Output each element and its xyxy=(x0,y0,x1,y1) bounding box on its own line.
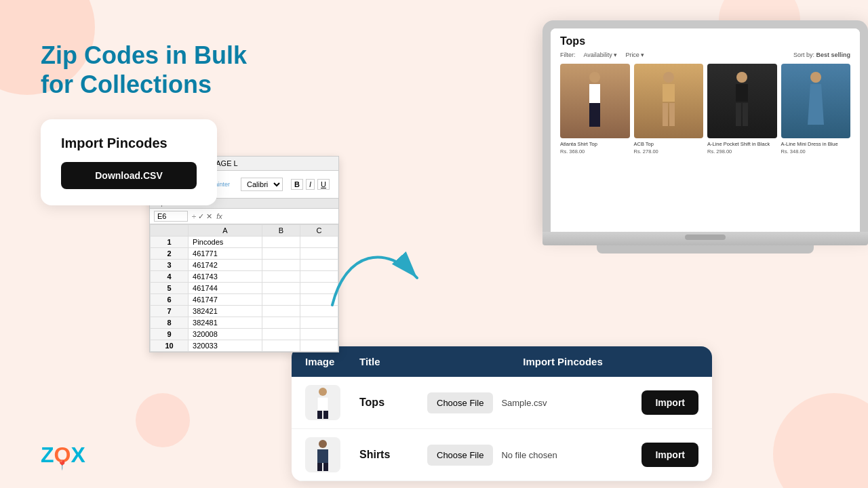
shirts-image-col xyxy=(305,437,359,472)
excel-cell-b xyxy=(262,248,300,260)
italic-button[interactable]: I xyxy=(306,179,315,190)
sort-section: Sort by: Best selling xyxy=(793,52,850,58)
logo-pin-dot: 📍 xyxy=(56,460,68,470)
header-title: Title xyxy=(359,356,427,367)
person-figure-2 xyxy=(655,70,682,131)
font-section: Calibri xyxy=(241,178,283,191)
product-image-2 xyxy=(634,64,704,138)
product-price-1: Rs. 368.00 xyxy=(560,148,630,155)
excel-grid: A B C 1 Pincodes 2 461771 3 461742 4 461… xyxy=(150,224,338,352)
shirts-choose-file-button[interactable]: Choose File xyxy=(427,445,493,466)
bg-decoration-bottom-left xyxy=(136,393,190,447)
excel-row: 3 461742 xyxy=(151,260,338,271)
bg-decoration-bottom-right xyxy=(773,393,868,488)
excel-cell-b xyxy=(262,294,300,306)
excel-row-num: 3 xyxy=(151,260,189,271)
excel-cell-b xyxy=(262,329,300,340)
shop-filter-bar: Filter: Availability ▾ Price ▾ Sort by: … xyxy=(560,52,850,58)
logo-z: Z xyxy=(41,443,54,468)
svg-rect-15 xyxy=(317,397,328,411)
product-image-1 xyxy=(560,64,630,138)
underline-button[interactable]: U xyxy=(317,179,330,190)
excel-cell-b xyxy=(262,317,300,329)
product-card-2: ACB Top Rs. 278.00 xyxy=(634,64,704,155)
download-csv-button[interactable]: Download.CSV xyxy=(61,162,197,189)
svg-rect-6 xyxy=(663,84,675,102)
tops-thumbnail xyxy=(305,385,340,420)
filter-group: Filter: Availability ▾ Price ▾ xyxy=(560,52,644,58)
import-card-title: Import Pincodes xyxy=(61,136,197,151)
svg-rect-10 xyxy=(736,84,748,102)
shop-title: Tops xyxy=(560,35,850,47)
excel-cell-a: 461742 xyxy=(189,260,262,271)
header-import: Import Pincodes xyxy=(427,356,698,367)
excel-col-a: A xyxy=(189,225,262,237)
excel-row: 10 320033 xyxy=(151,340,338,352)
import-table: Image Title Import Pincodes Tops Choose … xyxy=(292,346,712,481)
product-price-3: Rs. 298.00 xyxy=(707,148,777,155)
excel-row: 6 461747 xyxy=(151,294,338,306)
font-select[interactable]: Calibri xyxy=(241,178,283,191)
excel-cell-a: Pincodes xyxy=(189,237,262,248)
svg-rect-20 xyxy=(317,463,322,471)
laptop-stand xyxy=(597,245,814,253)
svg-rect-2 xyxy=(589,84,600,103)
logo-o: O 📍 xyxy=(54,443,71,468)
svg-rect-19 xyxy=(317,449,328,463)
bold-button[interactable]: B xyxy=(291,179,303,190)
product-name-1: Atlanta Shirt Top xyxy=(560,141,630,147)
svg-point-14 xyxy=(319,388,327,396)
svg-point-9 xyxy=(736,72,747,83)
shirts-import-button[interactable]: Import xyxy=(642,443,698,467)
product-card-3: A-Line Pocket Shift in Black Rs. 298.00 xyxy=(707,64,777,155)
excel-cell-b xyxy=(262,237,300,248)
excel-row-num: 6 xyxy=(151,294,189,306)
tops-image-col xyxy=(305,385,359,420)
product-name-3: A-Line Pocket Shift in Black xyxy=(707,141,777,147)
person-figure-3 xyxy=(728,70,755,131)
laptop-screen: Tops Filter: Availability ▾ Price ▾ Sort… xyxy=(551,28,860,232)
import-pincodes-card: Import Pincodes Download.CSV xyxy=(41,119,217,205)
svg-point-5 xyxy=(663,72,674,83)
excel-row: 9 320008 xyxy=(151,329,338,340)
svg-rect-3 xyxy=(589,103,595,127)
excel-row-num: 1 xyxy=(151,237,189,248)
product-card-4: A-Line Mini Dress in Blue Rs. 348.00 xyxy=(781,64,851,155)
product-card-1: Atlanta Shirt Top Rs. 368.00 xyxy=(560,64,630,155)
excel-cell-a: 382421 xyxy=(189,306,262,317)
availability-filter[interactable]: Availability ▾ xyxy=(584,52,618,58)
excel-cell-a: 320008 xyxy=(189,329,262,340)
product-name-4: A-Line Mini Dress in Blue xyxy=(781,141,851,147)
excel-formula-bar: ÷ ✓ ✕ fx xyxy=(150,209,338,224)
formula-icon: fx xyxy=(216,212,222,220)
product-name-2: ACB Top xyxy=(634,141,704,147)
svg-rect-7 xyxy=(663,103,668,126)
excel-row: 5 461744 xyxy=(151,283,338,294)
excel-cell-a: 461743 xyxy=(189,271,262,283)
tops-person-icon xyxy=(309,386,336,419)
excel-row-num: 4 xyxy=(151,271,189,283)
excel-row-num: 9 xyxy=(151,329,189,340)
excel-row: 1 Pincodes xyxy=(151,237,338,248)
excel-cell-a: 461744 xyxy=(189,283,262,294)
tops-choose-file-button[interactable]: Choose File xyxy=(427,392,493,413)
excel-cell-a: 320033 xyxy=(189,340,262,352)
logo-x: X xyxy=(71,443,85,468)
excel-row-num: 8 xyxy=(151,317,189,329)
tops-import-button[interactable]: Import xyxy=(642,390,698,415)
svg-point-18 xyxy=(319,440,327,448)
svg-rect-4 xyxy=(595,103,600,127)
excel-body: 1 Pincodes 2 461771 3 461742 4 461743 5 … xyxy=(151,237,338,352)
laptop-base xyxy=(542,232,868,245)
filter-label: Filter: xyxy=(560,52,576,58)
shirts-title: Shirts xyxy=(359,449,427,461)
excel-cell-b xyxy=(262,306,300,317)
svg-rect-8 xyxy=(669,103,675,126)
excel-cell-b xyxy=(262,283,300,294)
product-price-4: Rs. 348.00 xyxy=(781,148,851,155)
price-filter[interactable]: Price ▾ xyxy=(625,52,644,58)
formula-dividers: ÷ ✓ ✕ xyxy=(192,212,212,221)
curved-arrow xyxy=(319,237,427,319)
excel-row-num: 7 xyxy=(151,306,189,317)
cell-reference[interactable] xyxy=(154,211,188,222)
